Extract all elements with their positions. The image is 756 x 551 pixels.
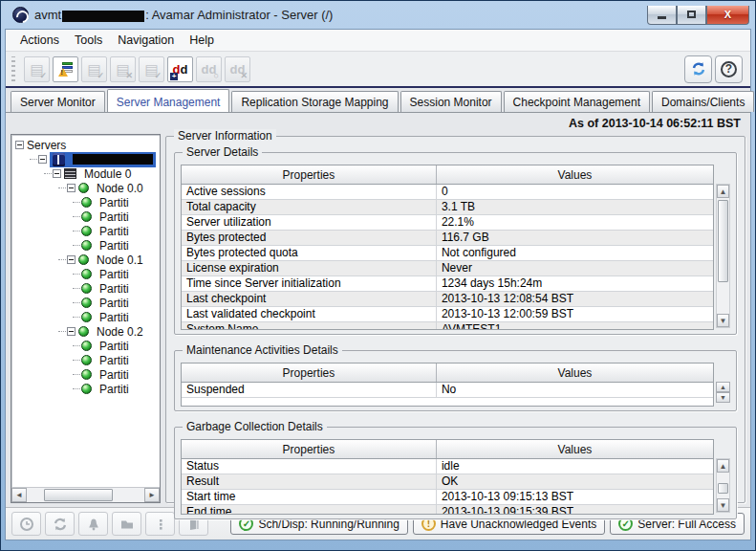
value-cell: No bbox=[437, 383, 713, 397]
column-header-properties[interactable]: Properties bbox=[182, 440, 437, 458]
tree-item-partiti[interactable]: Partiti bbox=[11, 382, 160, 396]
tree-item-node-0-0[interactable]: Node 0.0 bbox=[11, 181, 160, 195]
tab-replication-storage-mapping[interactable]: Replication Storage Mapping bbox=[231, 91, 398, 112]
expander-minus-icon[interactable] bbox=[53, 169, 61, 178]
column-header-properties[interactable]: Properties bbox=[182, 165, 437, 184]
expander-minus-icon[interactable] bbox=[15, 141, 24, 149]
tree-item-partiti[interactable]: Partiti bbox=[11, 339, 160, 353]
expander-minus-icon[interactable] bbox=[67, 327, 76, 336]
toolbar-grip[interactable] bbox=[11, 56, 15, 81]
scrollbar-track[interactable] bbox=[27, 488, 144, 502]
table-vertical-scrollbar[interactable]: ▲▼ bbox=[716, 458, 730, 513]
tab-checkpoint-management[interactable]: Checkpoint Management bbox=[504, 91, 650, 112]
tree-item-partiti[interactable]: Partiti bbox=[11, 267, 160, 281]
tree-item-server[interactable] bbox=[11, 152, 160, 166]
value-cell: Not configured bbox=[437, 246, 713, 260]
scroll-up-button[interactable]: ▲ bbox=[716, 382, 730, 392]
restore-button[interactable] bbox=[677, 6, 706, 25]
table-row: Server utilization22.1% bbox=[182, 215, 713, 231]
table-row: Statusidle bbox=[182, 459, 713, 474]
tree-item-label: Partiti bbox=[99, 210, 129, 224]
tree-horizontal-scrollbar[interactable]: ◄ ► bbox=[11, 487, 160, 502]
menu-help[interactable]: Help bbox=[183, 32, 221, 49]
tree-item-partiti[interactable]: Partiti bbox=[11, 224, 160, 238]
tree-item-partiti[interactable]: Partiti bbox=[11, 195, 160, 209]
column-header-values[interactable]: Values bbox=[437, 364, 713, 382]
tree-connector bbox=[73, 202, 80, 203]
data-domain-add-button[interactable]: dd + bbox=[167, 56, 193, 82]
main-split: ServersModule 0Node 0.0PartitiPartitiPar… bbox=[6, 134, 750, 507]
scrollbar-track[interactable] bbox=[717, 473, 729, 498]
menu-navigation[interactable]: Navigation bbox=[111, 32, 181, 49]
tree-item-label: Partiti bbox=[99, 368, 129, 382]
column-header-values[interactable]: Values bbox=[437, 440, 713, 458]
expander-minus-icon[interactable] bbox=[67, 255, 76, 264]
alarm-button bbox=[78, 512, 108, 536]
tree-item-label: Node 0.2 bbox=[97, 325, 143, 339]
scroll-left-button[interactable]: ◄ bbox=[11, 488, 27, 502]
menu-actions[interactable]: Actions bbox=[13, 32, 66, 49]
tab-server-monitor[interactable]: Server Monitor bbox=[11, 91, 105, 112]
scrollbar-thumb[interactable] bbox=[44, 489, 113, 501]
redacted-server-name bbox=[73, 154, 153, 165]
tab-session-monitor[interactable]: Session Monitor bbox=[400, 91, 502, 112]
tab-domains-clients[interactable]: Domains/Clients bbox=[652, 91, 754, 112]
tree-connector bbox=[73, 245, 80, 246]
tree-connector bbox=[58, 259, 66, 260]
tree-item-node-0-1[interactable]: Node 0.1 bbox=[11, 253, 160, 267]
expander-minus-icon[interactable] bbox=[67, 184, 76, 192]
scroll-up-button[interactable]: ▲ bbox=[717, 459, 729, 473]
value-cell: AVMTEST1 bbox=[437, 322, 713, 329]
table-row: ResultOK bbox=[182, 474, 713, 490]
more-button bbox=[145, 512, 175, 536]
tree-item-node-0-2[interactable]: Node 0.2 bbox=[11, 324, 160, 339]
refresh-button[interactable] bbox=[684, 55, 712, 83]
partition-icon bbox=[81, 269, 92, 279]
titlebar[interactable]: avmt: Avamar Administrator - Server (/) … bbox=[5, 1, 751, 29]
value-cell: idle bbox=[437, 459, 713, 474]
table-vertical-scrollbar[interactable]: ▲▼ bbox=[716, 382, 730, 405]
scrollbar-track[interactable] bbox=[717, 198, 729, 314]
tree-item-partiti[interactable]: Partiti bbox=[11, 353, 160, 367]
restore-icon bbox=[687, 11, 696, 18]
table-row: SuspendedNo bbox=[182, 383, 713, 398]
tree-item-partiti[interactable]: Partiti bbox=[11, 281, 160, 296]
scroll-up-button[interactable]: ▲ bbox=[717, 185, 729, 198]
column-header-values[interactable]: Values bbox=[437, 165, 713, 184]
scroll-down-button[interactable]: ▼ bbox=[717, 314, 729, 327]
server-icon bbox=[53, 153, 65, 166]
tree-item-label: Partiti bbox=[99, 268, 129, 281]
properties-table: PropertiesValuesActive sessions0Total ca… bbox=[181, 165, 730, 330]
scroll-down-button[interactable]: ▼ bbox=[716, 392, 730, 403]
selected-node bbox=[50, 152, 156, 167]
scrollbar-thumb[interactable] bbox=[718, 483, 728, 494]
section-title: Server Details bbox=[183, 145, 262, 159]
minimize-button[interactable] bbox=[647, 6, 677, 25]
scrollbar-thumb[interactable] bbox=[718, 200, 728, 282]
help-button[interactable]: ? bbox=[715, 55, 743, 83]
menu-tools[interactable]: Tools bbox=[68, 32, 109, 49]
tree-item-partiti[interactable]: Partiti bbox=[11, 310, 160, 324]
window-controls: X bbox=[647, 6, 749, 25]
tree-item-partiti[interactable]: Partiti bbox=[11, 367, 160, 382]
unacknowledged-events-button[interactable] bbox=[53, 56, 78, 82]
property-cell: Result bbox=[182, 474, 437, 489]
tree-connector bbox=[73, 360, 80, 361]
close-button[interactable]: X bbox=[706, 6, 749, 25]
tree-item-module-0[interactable]: Module 0 bbox=[11, 166, 160, 181]
tree-item-partiti[interactable]: Partiti bbox=[11, 296, 160, 310]
scroll-down-button[interactable]: ▼ bbox=[717, 498, 729, 512]
tab-server-management[interactable]: Server Management bbox=[107, 89, 230, 112]
tree-item-partiti[interactable]: Partiti bbox=[11, 209, 160, 224]
table-vertical-scrollbar[interactable]: ▲▼ bbox=[716, 184, 730, 328]
scroll-right-button[interactable]: ► bbox=[144, 488, 160, 502]
tree-item-servers[interactable]: Servers bbox=[11, 138, 160, 152]
expander-minus-icon[interactable] bbox=[38, 155, 47, 164]
column-header-properties[interactable]: Properties bbox=[182, 364, 437, 382]
tree-item-label: Partiti bbox=[99, 239, 129, 253]
groupbox-title: Server Information bbox=[174, 129, 276, 143]
property-cell: Last validated checkpoint bbox=[182, 307, 437, 321]
property-cell: License expiration bbox=[182, 261, 437, 276]
tree-item-partiti[interactable]: Partiti bbox=[11, 238, 160, 253]
table-row: Total capacity3.1 TB bbox=[182, 200, 713, 215]
